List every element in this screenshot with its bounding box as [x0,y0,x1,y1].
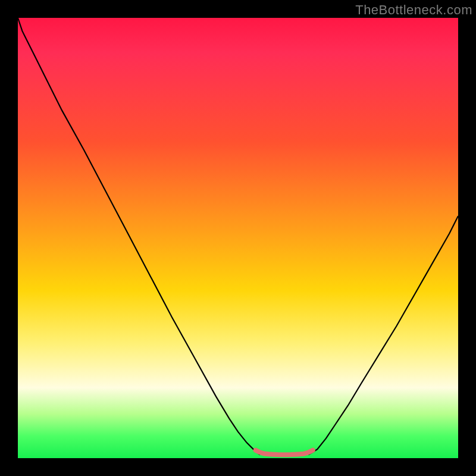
chart-frame: TheBottleneck.com [0,0,476,476]
curve-layer [18,18,458,458]
watermark-text: TheBottleneck.com [355,2,472,18]
plot-area [18,18,458,458]
curve-floor-accent [256,450,313,455]
curve-left-branch [18,18,260,455]
curve-right-branch [308,216,458,455]
